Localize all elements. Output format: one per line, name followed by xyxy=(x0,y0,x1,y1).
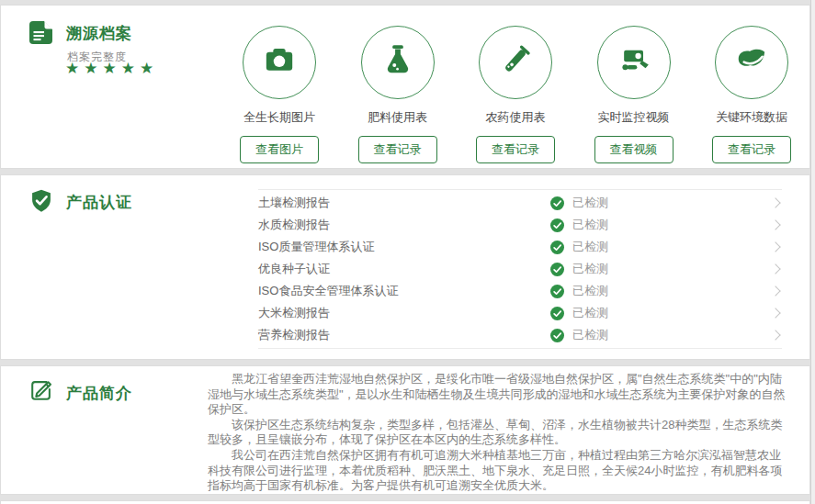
certification-row[interactable]: ISO食品安全管理体系认证 已检测 xyxy=(258,280,782,302)
certification-row[interactable]: 优良种子认证 已检测 xyxy=(258,258,782,280)
view-button[interactable]: 查看记录 xyxy=(476,136,555,163)
view-button[interactable]: 查看视频 xyxy=(594,136,674,163)
certification-section: 产品认证 土壤检测报告 已检测 水质检测报告 已检测 xyxy=(0,174,810,360)
leaf-icon xyxy=(733,42,770,83)
archive-item: 农药使用表 查看记录 xyxy=(458,26,572,163)
archive-item: 全生长期图片 查看图片 xyxy=(222,26,336,163)
certification-title: 产品认证 xyxy=(66,192,132,213)
rating-stars: ★★★★★ xyxy=(65,59,158,78)
certification-label: 优良种子认证 xyxy=(258,261,550,277)
view-button[interactable]: 查看图片 xyxy=(240,136,319,163)
chevron-right-icon xyxy=(770,286,780,296)
archive-title: 溯源档案 xyxy=(66,23,132,44)
cctv-icon xyxy=(616,42,652,83)
check-circle-icon xyxy=(550,241,564,254)
flask-icon xyxy=(379,42,416,83)
traceability-page: 溯源档案 档案完整度 ★★★★★ 全生长期图片 查看图片 肥料使用表 查看记录 … xyxy=(0,0,815,504)
certification-label: 土壤检测报告 xyxy=(258,195,550,211)
status-text: 已检测 xyxy=(572,217,608,233)
archive-item-label: 肥料使用表 xyxy=(368,109,427,126)
certification-label: ISO食品安全管理体系认证 xyxy=(258,283,550,299)
status-text: 已检测 xyxy=(572,283,608,299)
archive-item: 实时监控视频 查看视频 xyxy=(577,26,691,163)
check-circle-icon xyxy=(550,218,564,232)
certification-row[interactable]: 水质检测报告 已检测 xyxy=(258,214,782,236)
scrollbar-track[interactable] xyxy=(810,0,815,504)
check-circle-icon xyxy=(550,329,564,342)
chevron-right-icon xyxy=(770,241,780,252)
archive-item-label: 全生长期图片 xyxy=(243,109,315,126)
certification-label: 大米检测报告 xyxy=(258,305,550,321)
chevron-right-icon xyxy=(770,308,780,318)
certification-row[interactable]: 土壤检测报告 已检测 xyxy=(258,192,782,214)
next-section-sliver xyxy=(0,500,810,504)
view-button[interactable]: 查看记录 xyxy=(358,136,437,163)
archive-item-label: 实时监控视频 xyxy=(598,109,670,126)
intro-title: 产品简介 xyxy=(66,383,132,404)
certification-row[interactable]: 营养检测报告 已检测 xyxy=(258,324,782,346)
chevron-right-icon xyxy=(770,197,780,207)
shield-check-icon xyxy=(28,188,54,214)
archive-section: 溯源档案 档案完整度 ★★★★★ 全生长期图片 查看图片 肥料使用表 查看记录 … xyxy=(0,5,810,169)
certification-list: 土壤检测报告 已检测 水质检测报告 已检测 ISO质量管 xyxy=(258,189,782,349)
camera-icon xyxy=(261,42,298,83)
status-text: 已检测 xyxy=(572,239,608,255)
intro-paragraph: 黑龙江省望奎西洼荒湿地自然保护区，是绥化市唯一省级湿地自然保护区，属"自然生态系… xyxy=(208,372,791,418)
archive-item: 肥料使用表 查看记录 xyxy=(341,26,455,163)
certification-label: 营养检测报告 xyxy=(258,327,550,343)
chevron-right-icon xyxy=(770,263,780,274)
certification-label: ISO质量管理体系认证 xyxy=(258,239,550,255)
certification-row[interactable]: ISO质量管理体系认证 已检测 xyxy=(258,236,782,258)
check-circle-icon xyxy=(550,285,564,298)
archive-item: 关键环境数据 查看记录 xyxy=(695,26,809,163)
intro-paragraph: 我公司在西洼荒自然保护区拥有有机可追溯大米种植基地三万亩，种植过程由第三方哈尔滨… xyxy=(208,448,791,494)
edit-icon xyxy=(28,377,54,403)
check-circle-icon xyxy=(550,307,564,320)
status-text: 已检测 xyxy=(572,261,608,277)
check-circle-icon xyxy=(550,196,564,210)
archive-item-label: 关键环境数据 xyxy=(716,109,787,126)
test-tube-icon xyxy=(497,42,534,83)
intro-text: 黑龙江省望奎西洼荒湿地自然保护区，是绥化市唯一省级湿地自然保护区，属"自然生态系… xyxy=(208,372,791,494)
status-text: 已检测 xyxy=(572,327,608,343)
certification-row[interactable]: 大米检测报告 已检测 xyxy=(258,302,782,324)
intro-paragraph: 该保护区生态系统结构复杂，类型多样，包括灌丛、草甸、沼泽，水生植物被共计28种类… xyxy=(208,418,791,448)
archive-item-label: 农药使用表 xyxy=(486,109,546,126)
certification-label: 水质检测报告 xyxy=(258,217,550,233)
status-text: 已检测 xyxy=(572,195,608,211)
archive-items: 全生长期图片 查看图片 肥料使用表 查看记录 农药使用表 查看记录 实时监控视频… xyxy=(222,26,809,163)
check-circle-icon xyxy=(550,263,564,276)
status-text: 已检测 xyxy=(572,305,608,321)
chevron-right-icon xyxy=(770,219,780,230)
document-icon xyxy=(28,20,53,45)
intro-section: 产品简介 黑龙江省望奎西洼荒湿地自然保护区，是绥化市唯一省级湿地自然保护区，属"… xyxy=(0,365,810,495)
chevron-right-icon xyxy=(770,330,780,340)
view-button[interactable]: 查看记录 xyxy=(712,136,791,163)
